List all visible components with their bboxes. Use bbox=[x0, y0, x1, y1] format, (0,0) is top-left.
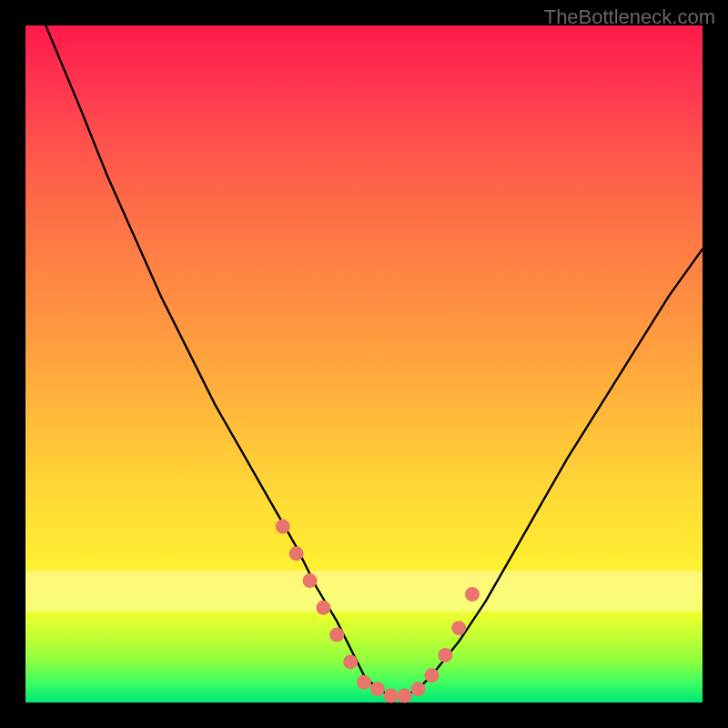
marker-dot bbox=[451, 621, 466, 635]
marker-dot bbox=[398, 689, 412, 703]
marker-dot bbox=[276, 520, 290, 534]
marker-dot bbox=[303, 573, 318, 588]
chart-svg bbox=[25, 25, 703, 703]
marker-group bbox=[276, 520, 480, 703]
watermark-text: TheBottleneck.com bbox=[544, 5, 715, 29]
marker-dot bbox=[343, 654, 358, 669]
marker-dot bbox=[316, 601, 330, 615]
marker-dot bbox=[329, 628, 344, 642]
marker-dot bbox=[465, 587, 480, 602]
marker-dot bbox=[289, 546, 304, 561]
marker-dot bbox=[424, 668, 439, 682]
chart-plot-area bbox=[25, 25, 703, 703]
marker-dot bbox=[438, 648, 452, 662]
marker-dot bbox=[357, 675, 371, 690]
marker-dot bbox=[384, 689, 399, 703]
marker-dot bbox=[370, 682, 385, 696]
marker-dot bbox=[411, 682, 426, 696]
bottleneck-curve-line bbox=[46, 25, 703, 696]
